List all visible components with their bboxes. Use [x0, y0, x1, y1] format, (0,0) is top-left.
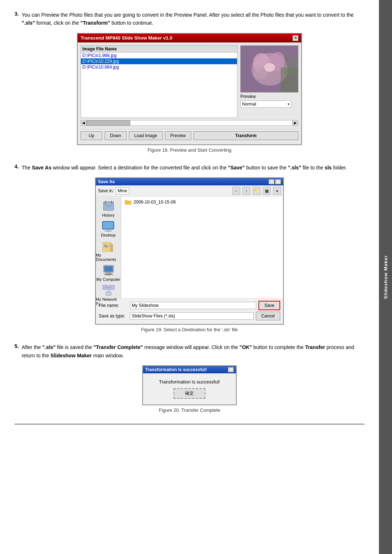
- step-3-number: 3.: [15, 11, 19, 17]
- ssm-scrollbar-row: ◀ ▶: [81, 120, 298, 126]
- success-close-button[interactable]: ✕: [228, 367, 234, 372]
- saveas-folder-name: 2006-10-03_10-15-08: [134, 200, 176, 205]
- ssm-down-button[interactable]: Down: [105, 131, 127, 140]
- ssm-ref: Slideshow Maker: [50, 353, 92, 358]
- save-btn-ref: "Save": [228, 165, 245, 171]
- figure-19-caption: Figure 19. Select a Destination for the …: [141, 327, 238, 332]
- ssm-file-item-9: [81, 74, 237, 74]
- saveas-savein-select-wrap[interactable]: Mine: [116, 187, 230, 194]
- ssm-preview-button[interactable]: Preview: [165, 131, 191, 140]
- saveas-sidebar-mydocs-label: My Documents: [96, 253, 121, 262]
- sls-folder-ref: sls: [324, 165, 331, 171]
- svg-point-18: [104, 245, 107, 247]
- svg-rect-26: [106, 292, 111, 295]
- ssm-titlebar: Transcend MP840 Slide Show Maker v1.0 ✕: [78, 34, 301, 42]
- saveas-close-button[interactable]: ✕: [275, 179, 281, 184]
- saveas-help-button[interactable]: ?: [269, 179, 274, 184]
- svg-point-7: [267, 65, 273, 70]
- mydocs-icon: [102, 240, 115, 252]
- saveas-folder-item[interactable]: 2006-10-03_10-15-08: [123, 199, 281, 205]
- figure-20-caption: Figure 20. Transfer Complete: [159, 407, 220, 413]
- saveas-window: Save As ? ✕ Save in: Mine: [95, 177, 284, 325]
- saveas-filename-label: File name:: [99, 303, 128, 308]
- saveas-sidebar-mycomputer-label: My Computer: [96, 277, 120, 282]
- transfer-complete-ref: "Transfer Complete": [93, 344, 143, 350]
- saveas-sidebar-mydocs[interactable]: My Documents: [96, 240, 121, 262]
- ssm-scroll-right[interactable]: ▶: [293, 120, 298, 126]
- sls-format-3: ".sls": [42, 344, 56, 350]
- svg-rect-31: [125, 200, 127, 201]
- saveas-savein-label: Save in:: [98, 188, 114, 193]
- saveas-menu-button[interactable]: ▾: [273, 187, 281, 195]
- success-title: Transformation is successful!: [145, 367, 207, 372]
- step-4: 4. The Save As window will appear. Selec…: [15, 164, 364, 332]
- ssm-effect-dropdown[interactable]: Normal: [240, 100, 298, 108]
- saveas-titlebar: Save As ? ✕: [96, 178, 283, 185]
- ssm-window: Transcend MP840 Slide Show Maker v1.0 ✕ …: [77, 33, 302, 145]
- desktop-icon: [102, 220, 115, 232]
- saveas-save-button[interactable]: Save: [258, 301, 280, 310]
- saveas-savetype-label: Save as type:: [99, 313, 128, 319]
- success-message: Transformation is successful!: [149, 379, 230, 385]
- side-tab: Slideshow Maker: [379, 0, 392, 554]
- bottom-divider: [15, 424, 364, 424]
- saveas-cancel-button[interactable]: Cancel: [256, 312, 280, 320]
- saveas-newfolder-button[interactable]: 📁: [253, 187, 261, 195]
- saveas-sidebar-desktop-label: Desktop: [101, 233, 115, 237]
- svg-rect-14: [103, 222, 113, 229]
- saveas-up-button[interactable]: ↑: [242, 187, 250, 195]
- saveas-sidebar-mycomputer[interactable]: My Computer: [96, 264, 120, 282]
- saveas-sidebar-desktop[interactable]: Desktop: [101, 220, 115, 237]
- step-5: 5. After the ".sls" file is saved the "T…: [15, 343, 364, 413]
- network-icon: [102, 284, 115, 296]
- step-5-number: 5.: [15, 343, 19, 349]
- figure-19-container: Save As ? ✕ Save in: Mine: [15, 177, 364, 332]
- ssm-load-image-button[interactable]: Load Image: [129, 131, 163, 140]
- ssm-scroll-left[interactable]: ◀: [81, 120, 86, 126]
- svg-rect-16: [105, 231, 112, 231]
- step-5-header: 5. After the ".sls" file is saved the "T…: [15, 343, 364, 360]
- saveas-savetype-select[interactable]: SlideShow Files (*.sls): [130, 312, 254, 320]
- saveas-title: Save As: [98, 179, 115, 184]
- ssm-close-button[interactable]: ✕: [293, 35, 298, 41]
- success-titlebar: Transformation is successful! ✕: [143, 366, 236, 373]
- svg-rect-12: [111, 201, 112, 203]
- mycomputer-icon: [102, 264, 115, 276]
- step-3-header: 3. You can Preview the Photo files that …: [15, 11, 364, 27]
- saveas-sidebar: History: [96, 197, 121, 298]
- saveas-sidebar-history-label: History: [102, 213, 114, 217]
- success-ok-button[interactable]: 確定: [173, 388, 205, 399]
- step-3-text: You can Preview the Photo files that you…: [22, 11, 364, 27]
- saveas-body: History: [96, 197, 283, 298]
- save-as-ref: Save As: [32, 165, 52, 171]
- ssm-up-button[interactable]: Up: [81, 131, 102, 140]
- svg-rect-11: [105, 201, 106, 203]
- ssm-effect-select[interactable]: Normal: [240, 100, 291, 108]
- sls-format-1: ".sls": [22, 20, 35, 26]
- svg-rect-9: [284, 57, 298, 75]
- ssm-effect-select-wrap[interactable]: Normal: [240, 100, 291, 108]
- ssm-file-list: Image File Name D:\PICs\1.988.jpg D:\PIC…: [81, 45, 237, 118]
- ok-ref: "OK": [240, 344, 252, 350]
- ssm-transform-button[interactable]: Transform: [193, 131, 298, 140]
- ssm-file-item-3[interactable]: D:\PICs\10.684.jpg: [81, 64, 237, 70]
- ssm-scrollbar[interactable]: [86, 120, 293, 126]
- saveas-filename-input[interactable]: [130, 302, 256, 309]
- success-window: Transformation is successful! ✕ Transfor…: [142, 365, 237, 405]
- saveas-back-button[interactable]: ←: [232, 187, 240, 195]
- figure-18-caption: Figure 18. Preview and Start Converting: [147, 147, 231, 153]
- folder-icon: [125, 200, 131, 205]
- ssm-body: Image File Name D:\PICs\1.988.jpg D:\PIC…: [78, 42, 301, 144]
- saveas-view-button[interactable]: ▦: [263, 187, 271, 195]
- figure-18-container: Transcend MP840 Slide Show Maker v1.0 ✕ …: [15, 33, 364, 153]
- saveas-sidebar-history[interactable]: History: [102, 200, 115, 217]
- ssm-scroll-thumb: [87, 120, 130, 126]
- saveas-savein-select[interactable]: Mine: [116, 187, 129, 194]
- ssm-file-item-1[interactable]: D:\PICs\1.988.jpg: [81, 53, 237, 58]
- ssm-preview-image: [240, 45, 298, 93]
- saveas-toolbar: Save in: Mine ← ↑ 📁 ▦ ▾: [96, 185, 283, 197]
- step-5-text: After the ".sls" file is saved the "Tran…: [22, 343, 364, 360]
- saveas-bottom: File name: Save Save as type: SlideShow …: [96, 298, 283, 324]
- svg-rect-21: [106, 272, 111, 274]
- ssm-file-item-2[interactable]: D:\PICs\10.229.jpg: [81, 58, 237, 64]
